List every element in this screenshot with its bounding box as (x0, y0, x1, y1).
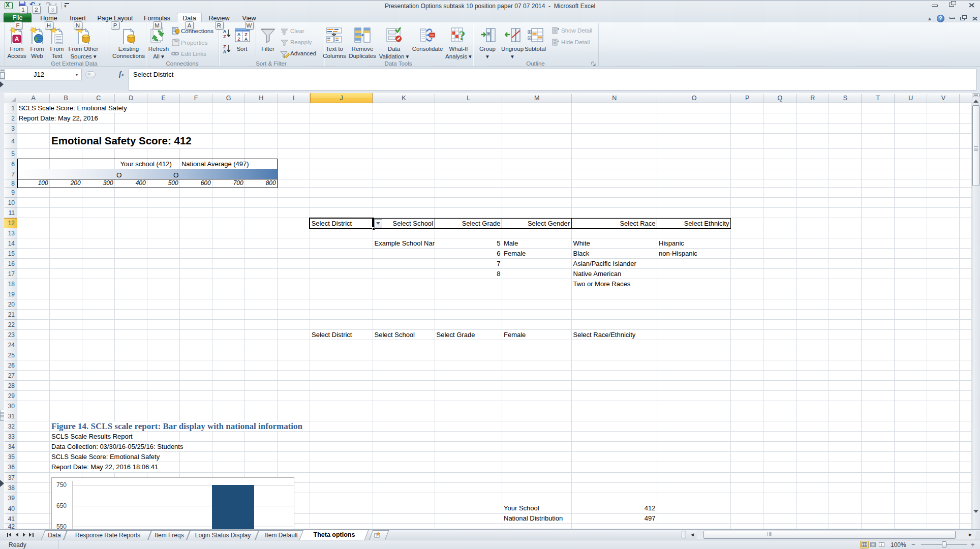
svg-text:Z: Z (223, 44, 226, 49)
svg-text:A: A (244, 37, 248, 42)
svg-text:A: A (223, 49, 227, 54)
svg-text:Z: Z (237, 37, 240, 42)
svg-text:A: A (15, 36, 19, 43)
svg-text:A: A (223, 29, 227, 34)
svg-text:Z: Z (223, 34, 226, 39)
svg-text:?: ? (459, 28, 466, 43)
